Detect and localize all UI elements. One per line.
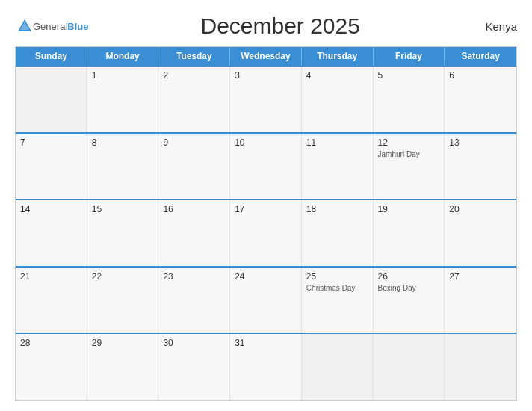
day-number: 7	[20, 137, 82, 149]
calendar: SundayMondayTuesdayWednesdayThursdayFrid…	[15, 46, 517, 401]
logo-general: General	[33, 21, 67, 32]
page: General Blue December 2025 Kenya SundayM…	[0, 0, 532, 411]
day-number: 15	[92, 204, 154, 216]
cal-cell: 26Boxing Day	[374, 268, 445, 333]
cal-cell: 18	[302, 200, 374, 266]
day-number: 18	[306, 204, 368, 216]
cal-cell: 6	[445, 67, 516, 132]
holiday-label: Boxing Day	[378, 284, 440, 293]
day-number: 4	[306, 70, 368, 82]
logo-blue: Blue	[67, 21, 88, 32]
day-number: 19	[378, 204, 440, 216]
day-number: 20	[449, 204, 512, 216]
cal-cell: 10	[230, 134, 302, 200]
week-row-2: 789101112Jamhuri Day13	[16, 132, 516, 200]
header-day-wednesday: Wednesday	[230, 47, 302, 65]
calendar-header-row: SundayMondayTuesdayWednesdayThursdayFrid…	[16, 47, 516, 65]
day-number: 9	[163, 137, 225, 149]
day-number: 6	[449, 70, 512, 82]
week-row-4: 2122232425Christmas Day26Boxing Day27	[16, 266, 516, 333]
day-number: 31	[235, 338, 297, 350]
cal-cell: 7	[16, 134, 87, 200]
cal-cell: 12Jamhuri Day	[374, 134, 445, 200]
day-number: 23	[163, 271, 225, 283]
day-number: 2	[163, 70, 225, 82]
logo-icon	[16, 18, 33, 34]
day-number: 25	[306, 271, 368, 283]
holiday-label: Christmas Day	[306, 284, 368, 293]
cal-cell	[445, 334, 516, 400]
week-row-1: 123456	[16, 65, 516, 132]
header-day-monday: Monday	[87, 47, 159, 65]
day-number: 28	[20, 338, 82, 350]
day-number: 24	[235, 271, 297, 283]
cal-cell: 5	[374, 67, 445, 132]
day-number: 17	[235, 204, 297, 216]
cal-cell: 2	[158, 67, 230, 132]
day-number: 27	[449, 271, 512, 283]
cal-cell: 1	[87, 67, 159, 132]
day-number: 16	[163, 204, 225, 216]
day-number: 21	[20, 271, 82, 283]
header-day-saturday: Saturday	[445, 47, 516, 65]
day-number: 13	[449, 137, 512, 149]
day-number: 11	[306, 137, 368, 149]
cal-cell: 20	[445, 200, 516, 266]
cal-cell: 14	[16, 200, 87, 266]
day-number: 1	[92, 70, 154, 82]
cal-cell: 30	[158, 334, 230, 400]
cal-cell: 22	[87, 268, 159, 333]
day-number: 5	[378, 70, 440, 82]
cal-cell	[16, 67, 87, 132]
cal-cell: 16	[158, 200, 230, 266]
country-label: Kenya	[472, 20, 517, 33]
cal-cell: 23	[158, 268, 230, 333]
holiday-label: Jamhuri Day	[378, 150, 440, 159]
cal-cell: 17	[230, 200, 302, 266]
cal-cell: 8	[87, 134, 159, 200]
cal-cell: 27	[445, 268, 516, 333]
week-row-3: 14151617181920	[16, 199, 516, 266]
day-number: 3	[235, 70, 297, 82]
cal-cell: 21	[16, 268, 87, 333]
day-number: 12	[378, 137, 440, 149]
header-day-friday: Friday	[374, 47, 445, 65]
cal-cell: 24	[230, 268, 302, 333]
day-number: 29	[92, 338, 154, 350]
logo: General Blue	[15, 18, 88, 34]
day-number: 14	[20, 204, 82, 216]
header: General Blue December 2025 Kenya	[15, 13, 517, 39]
cal-cell: 28	[16, 334, 87, 400]
week-row-5: 28293031	[16, 333, 516, 400]
cal-cell: 3	[230, 67, 302, 132]
cal-cell	[374, 334, 445, 400]
cal-cell: 29	[87, 334, 159, 400]
cal-cell: 9	[158, 134, 230, 200]
cal-cell: 13	[445, 134, 516, 200]
calendar-title: December 2025	[88, 13, 472, 39]
cal-cell: 4	[302, 67, 374, 132]
day-number: 8	[92, 137, 154, 149]
cal-cell: 11	[302, 134, 374, 200]
cal-cell: 25Christmas Day	[302, 268, 374, 333]
cal-cell: 31	[230, 334, 302, 400]
header-day-sunday: Sunday	[16, 47, 87, 65]
cal-cell: 15	[87, 200, 159, 266]
day-number: 26	[378, 271, 440, 283]
header-day-thursday: Thursday	[302, 47, 374, 65]
day-number: 10	[235, 137, 297, 149]
cal-cell	[302, 334, 374, 400]
header-day-tuesday: Tuesday	[158, 47, 230, 65]
cal-cell: 19	[374, 200, 445, 266]
day-number: 30	[163, 338, 225, 350]
day-number: 22	[92, 271, 154, 283]
calendar-body: 123456789101112Jamhuri Day13141516171819…	[16, 65, 516, 400]
